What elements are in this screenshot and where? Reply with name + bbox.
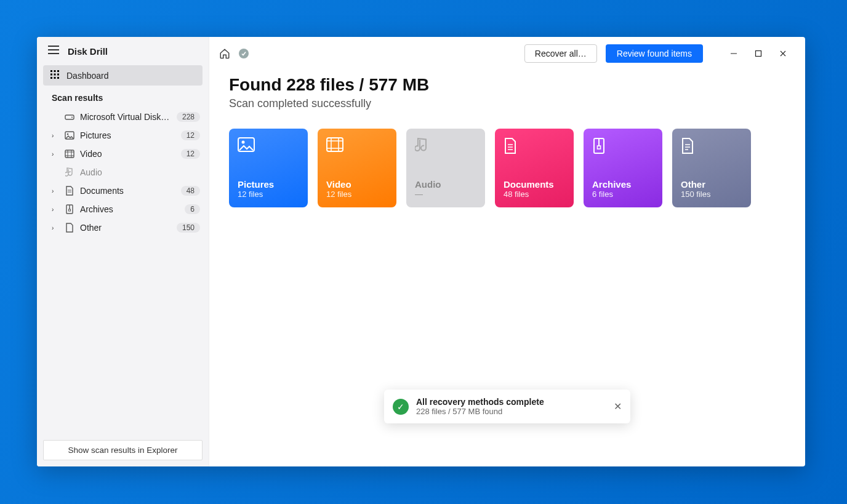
close-button[interactable] [771,45,795,62]
category-card-video[interactable]: Video12 files [318,129,396,207]
check-icon: ✓ [393,399,409,415]
sidebar-item-label: Documents [80,186,176,196]
sidebar-item-other[interactable]: ›Other150 [37,218,209,237]
card-count: 150 files [681,190,742,199]
sidebar-item-label: Dashboard [66,71,109,81]
content: Found 228 files / 577 MB Scan completed … [209,70,805,207]
archives-icon [592,137,654,158]
svg-rect-0 [50,70,52,72]
svg-rect-13 [65,150,74,158]
sidebar-item-audio[interactable]: Audio [37,163,209,182]
sidebar-item-label: Audio [80,167,200,177]
window-controls [721,45,795,62]
svg-rect-2 [57,70,59,72]
count-badge: 12 [181,149,200,159]
count-badge: 6 [185,204,200,214]
chevron-right-icon: › [52,225,59,231]
svg-rect-7 [54,77,56,79]
category-card-audio[interactable]: Audio— [406,129,485,207]
show-in-explorer-button[interactable]: Show scan results in Explorer [43,440,203,460]
sidebar-item-video[interactable]: ›Video12 [37,145,209,163]
card-title: Video [326,179,388,190]
chevron-right-icon: › [52,206,59,213]
card-title: Documents [504,179,565,190]
count-badge: 48 [181,186,200,196]
card-title: Archives [592,179,654,190]
status-check-icon[interactable] [239,49,249,58]
sidebar-item-label: Pictures [80,130,176,140]
results-headline: Found 228 files / 577 MB [229,75,785,95]
toast-title: All recovery methods complete [416,397,544,407]
svg-rect-6 [50,77,52,79]
sidebar: Disk Drill Dashboard Scan results Micros… [37,37,209,466]
maximize-button[interactable] [746,45,771,62]
drive-icon [64,113,75,121]
sidebar-item-drive[interactable]: Microsoft Virtual Disk.d…228 [37,108,209,126]
audio-icon [415,137,476,157]
sidebar-item-label: Other [80,223,172,233]
sidebar-item-documents[interactable]: ›Documents48 [37,182,209,200]
audio-icon [64,167,75,177]
svg-rect-3 [50,74,52,76]
sidebar-item-archives[interactable]: ›Archives6 [37,200,209,218]
card-count: — [415,190,476,199]
count-badge: 150 [177,223,200,233]
toast-subtitle: 228 files / 577 MB found [416,407,544,416]
documents-icon [504,137,565,158]
count-badge: 228 [177,112,200,122]
card-title: Audio [415,179,476,190]
card-count: 48 files [504,190,565,199]
card-count: 12 files [326,190,388,199]
recover-all-button[interactable]: Recover all… [524,44,597,63]
card-title: Pictures [238,179,299,190]
card-count: 12 files [238,190,299,199]
results-subline: Scan completed successfully [229,97,785,110]
svg-rect-17 [756,51,761,57]
svg-point-10 [71,117,73,118]
pictures-icon [238,137,299,156]
svg-rect-15 [69,209,71,211]
archives-icon [64,204,75,214]
svg-rect-5 [57,74,59,76]
category-card-pictures[interactable]: Pictures12 files [229,129,308,207]
svg-rect-4 [54,74,56,76]
app-window: Disk Drill Dashboard Scan results Micros… [37,37,805,466]
svg-point-19 [242,141,245,144]
app-title: Disk Drill [68,46,108,57]
category-card-archives[interactable]: Archives6 files [584,129,662,207]
video-icon [326,137,388,156]
main-area: Recover all… Review found items Found 22… [209,37,805,466]
sidebar-tree: Microsoft Virtual Disk.d…228›Pictures12›… [37,108,209,237]
svg-rect-8 [57,77,59,79]
grid-icon [50,70,59,81]
category-card-other[interactable]: Other150 files [672,129,751,207]
topbar: Recover all… Review found items [209,37,805,70]
chevron-right-icon: › [52,132,59,139]
other-icon [64,223,75,233]
sidebar-item-dashboard[interactable]: Dashboard [43,65,203,86]
minimize-button[interactable] [721,45,746,62]
sidebar-item-label: Archives [80,204,180,214]
category-card-documents[interactable]: Documents48 files [495,129,574,207]
menu-icon[interactable] [48,46,59,57]
sidebar-item-pictures[interactable]: ›Pictures12 [37,126,209,145]
svg-rect-20 [327,138,343,151]
sidebar-item-label: Video [80,149,176,159]
review-found-items-button[interactable]: Review found items [606,44,703,63]
svg-rect-22 [598,146,601,149]
sidebar-section-label: Scan results [37,86,209,108]
count-badge: 12 [181,130,200,140]
video-icon [64,150,75,158]
sidebar-item-label: Microsoft Virtual Disk.d… [80,112,172,122]
completion-toast: ✓ All recovery methods complete 228 file… [384,390,630,423]
chevron-right-icon: › [52,188,59,194]
chevron-right-icon: › [52,151,59,158]
category-cards: Pictures12 filesVideo12 filesAudio—Docum… [229,129,785,207]
sidebar-header: Disk Drill [37,37,209,65]
home-icon[interactable] [219,48,230,59]
svg-rect-1 [54,70,56,72]
pictures-icon [64,131,75,140]
card-count: 6 files [592,190,654,199]
toast-close-icon[interactable]: ✕ [614,401,622,412]
svg-point-12 [67,134,69,135]
